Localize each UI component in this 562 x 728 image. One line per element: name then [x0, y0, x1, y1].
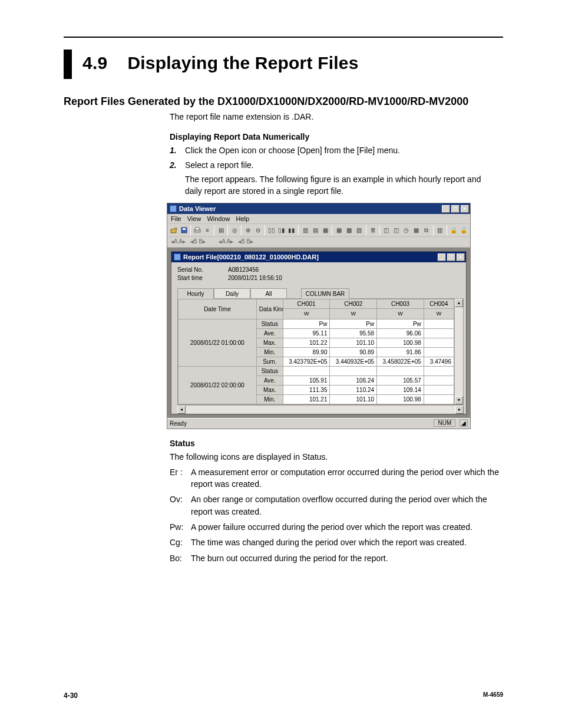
inner-minimize-button[interactable]: _	[438, 253, 446, 261]
grid1-icon[interactable]: ▦	[334, 225, 343, 235]
inner-maximize-button[interactable]: □	[447, 253, 455, 261]
inner-close-button[interactable]: ×	[457, 253, 465, 261]
close-button[interactable]: ×	[461, 205, 469, 213]
start-time-label: Start time	[177, 274, 228, 282]
col-unit: W	[424, 309, 454, 319]
status-desc: The burn out occurred during the period …	[191, 552, 500, 564]
scroll-down-icon[interactable]: ▾	[455, 396, 463, 404]
menu-file[interactable]: File	[171, 215, 181, 222]
cell-value: 96.06	[377, 328, 424, 338]
resize-grip-icon[interactable]: ◢	[459, 419, 468, 427]
cell-value	[330, 366, 377, 375]
menu-help[interactable]: Help	[236, 215, 250, 222]
serial-label: Serial No.	[177, 266, 228, 274]
section-heading: 4.9 Displaying the Report Files	[82, 50, 359, 79]
nav-group[interactable]: ◂A A▸	[219, 238, 233, 245]
zoom-out-icon[interactable]: ⊖	[253, 225, 263, 235]
save-icon[interactable]	[179, 225, 189, 235]
align-icon[interactable]: ≣	[368, 225, 378, 235]
col-unit: W	[283, 309, 330, 319]
step-text: Select a report file.	[185, 160, 254, 170]
cell-value: 101.21	[283, 394, 330, 404]
unlock-icon[interactable]: 🔓	[459, 225, 468, 235]
cell-value	[424, 328, 454, 338]
status-num: NUM	[434, 419, 455, 427]
col-channel: CH004	[424, 299, 454, 309]
chart-icon[interactable]: ⧉	[422, 225, 431, 235]
cell-datakind: Max.	[256, 385, 283, 394]
page-number: 4-30	[64, 691, 78, 700]
nav-group[interactable]: ◂A A▸	[171, 238, 186, 245]
window-titlebar[interactable]: Data Viewer _ □ ×	[167, 203, 470, 214]
vertical-scrollbar[interactable]: ▴ ▾	[454, 299, 463, 404]
scale-icon[interactable]: ▥	[435, 225, 445, 235]
step-subtext: The report appears. The following figure…	[185, 174, 500, 197]
nav-group[interactable]: ◂B B▸	[238, 238, 253, 245]
bar2-icon[interactable]: ▤	[310, 225, 320, 235]
view2-icon[interactable]: ▯▮	[277, 225, 286, 235]
scroll-right-icon[interactable]: ▸	[455, 406, 464, 414]
status-bar: Ready NUM ◢	[167, 418, 470, 429]
cell-value	[424, 366, 454, 375]
cell-value: 91.86	[377, 347, 424, 357]
tab-column-bar[interactable]: COLUMN BAR	[301, 288, 349, 299]
status-heading: Status	[170, 439, 500, 448]
copy-icon[interactable]: ▤	[216, 225, 226, 235]
cell-value: Pw	[283, 319, 330, 328]
serial-value: A0B123456	[228, 266, 259, 274]
status-code: Ov:	[170, 493, 191, 518]
grid2-icon[interactable]: ▩	[344, 225, 353, 235]
sort-icon[interactable]: ≡	[203, 225, 212, 235]
grid3-icon[interactable]: ▨	[355, 225, 364, 235]
tab-panel: Date TimeData KindCH001CH002CH003CH004WW…	[177, 298, 464, 405]
zoom-in-icon[interactable]: ⊕	[243, 225, 253, 235]
panel1-icon[interactable]: ◫	[382, 225, 391, 235]
scroll-left-icon[interactable]: ◂	[177, 406, 186, 414]
start-time-value: 2008/01/21 18:56:10	[228, 274, 282, 282]
cell-datakind: Max.	[256, 338, 283, 347]
minimize-button[interactable]: _	[442, 205, 450, 213]
cell-value: 100.98	[377, 394, 424, 404]
cell-value: 105.91	[283, 375, 330, 385]
print-icon[interactable]	[193, 225, 202, 235]
lock-icon[interactable]: 🔒	[449, 225, 458, 235]
scroll-up-icon[interactable]: ▴	[455, 299, 463, 307]
status-desc: An ober range or computation overflow oc…	[191, 493, 500, 518]
cell-value	[424, 375, 454, 385]
document-icon	[174, 253, 181, 261]
maximize-button[interactable]: □	[451, 205, 459, 213]
status-desc: A measurement error or computation error…	[191, 466, 500, 490]
cell-value: 95.11	[283, 328, 330, 338]
bar1-icon[interactable]: ▥	[300, 225, 310, 235]
step-text: Click the Open icon or choose [Open] fro…	[185, 145, 500, 157]
report-data-grid: Date TimeData KindCH001CH002CH003CH004WW…	[178, 299, 454, 404]
table-icon[interactable]: ▦	[412, 225, 421, 235]
open-icon[interactable]	[169, 225, 178, 235]
cell-datetime: 2008/01/22 01:00:00	[178, 319, 257, 366]
table-row: 2008/01/22 01:00:00StatusPwPwPw	[178, 319, 454, 328]
status-code: Pw:	[170, 521, 191, 533]
cell-value: 90.89	[330, 347, 377, 357]
tab-all[interactable]: All	[250, 288, 287, 299]
cell-datakind: Ave.	[256, 375, 283, 385]
clock-icon[interactable]: ◷	[402, 225, 411, 235]
cell-value: 101.22	[283, 338, 330, 347]
menu-view[interactable]: View	[187, 215, 201, 222]
menu-window[interactable]: Window	[207, 215, 230, 222]
panel2-icon[interactable]: ◫	[392, 225, 401, 235]
status-code: Bo:	[170, 552, 191, 564]
tab-hourly[interactable]: Hourly	[177, 288, 214, 299]
cell-value: 3.47496	[424, 357, 454, 366]
nav-group[interactable]: ◂B B▸	[190, 238, 206, 245]
cell-value: 89.90	[283, 347, 330, 357]
view3-icon[interactable]: ▮▮	[287, 225, 296, 235]
cell-value: 3.458022E+05	[377, 357, 424, 366]
tab-daily[interactable]: Daily	[214, 288, 250, 299]
inner-window-titlebar[interactable]: Report File[000210_080122_010000HD.DAR] …	[171, 252, 466, 262]
data-viewer-window: Data Viewer _ □ × File View Window Help	[167, 203, 471, 429]
horizontal-scrollbar[interactable]: ◂ ▸	[177, 405, 464, 414]
bar3-icon[interactable]: ▦	[320, 225, 330, 235]
view1-icon[interactable]: ▯▯	[267, 225, 276, 235]
target-icon[interactable]: ◎	[230, 225, 239, 235]
cell-value: 95.58	[330, 328, 377, 338]
